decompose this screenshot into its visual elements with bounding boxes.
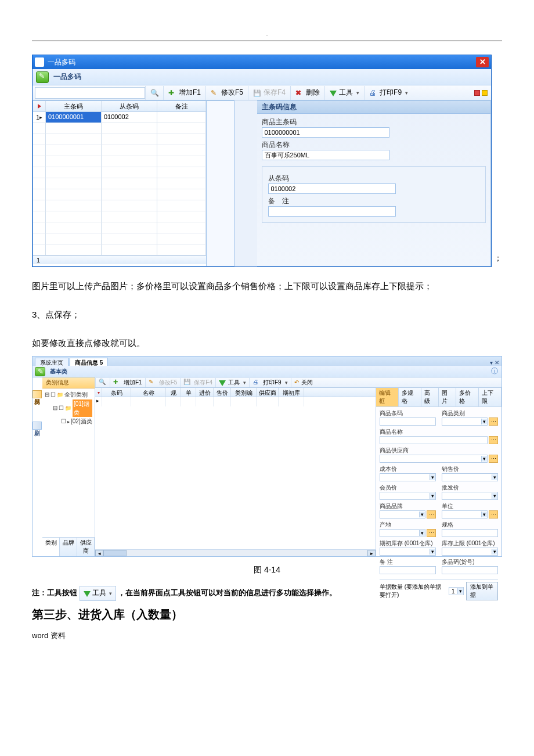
rtab-multiprice[interactable]: 多价格 (456, 388, 479, 406)
grid-body[interactable] (95, 397, 376, 549)
search-button[interactable] (145, 86, 163, 100)
tab-system-home[interactable]: 系统主页 (35, 358, 68, 366)
delete-button[interactable]: 删除 (290, 86, 324, 100)
close-button[interactable]: ↶关闭 (291, 378, 316, 387)
search-icon (150, 89, 158, 97)
vtab-refresh[interactable]: 刷新 (33, 422, 42, 430)
sq-icon[interactable] (474, 90, 480, 96)
rtab-edit[interactable]: 编辑框 (376, 388, 399, 406)
tab-controls[interactable]: ▾ ✕ (490, 359, 499, 366)
unit-select[interactable] (442, 510, 488, 519)
funnel-icon (219, 380, 226, 386)
main-grid[interactable]: 主条码 从条码 备注 1▸ 0100000001 0100002 (33, 100, 207, 267)
vip-field[interactable] (380, 492, 436, 500)
info-panel-title: 主条码信息 (257, 101, 491, 114)
name-field[interactable] (380, 436, 488, 444)
trailing-semicolon: ； (494, 253, 502, 264)
paragraph: 如要修改直接点修改就可以。 (32, 333, 502, 352)
wholesale-field[interactable] (442, 492, 498, 500)
doc-qty-select[interactable]: 1 (449, 587, 464, 595)
grid-header: 主条码 从条码 备注 (33, 101, 206, 112)
print-button[interactable]: 打印F9▾ (249, 378, 291, 387)
save-button: 保存F4 (180, 378, 215, 387)
print-icon (252, 379, 261, 387)
sub-header-title: 一品多码 (53, 72, 81, 82)
ellipsis-button[interactable]: ⋯ (427, 510, 436, 519)
multicode-field[interactable] (442, 566, 498, 574)
cost-field[interactable] (380, 473, 436, 481)
save-icon (183, 379, 192, 387)
edit-icon (211, 89, 219, 97)
right-tabs: 编辑框 多规格 高级 图片 多价格 上下限 (376, 388, 501, 407)
save-button[interactable]: 保存F4 (248, 86, 290, 100)
search-input[interactable] (35, 87, 145, 99)
triangle-down-icon[interactable] (38, 104, 41, 109)
funnel-icon (330, 91, 337, 96)
paragraph: 3、点保存； (32, 305, 502, 324)
window-title: 一品多码 (48, 57, 75, 67)
mid-grid[interactable]: ▾ 条码 名称 规格 单位 进价 售价 类别编号 供应商 期初库存 ◂▸ (95, 388, 376, 556)
search-button[interactable] (95, 378, 110, 387)
print-button[interactable]: 打印F9▾ (364, 86, 413, 100)
paragraph: 图片里可以上传产品图片；多价格里可以设置商品多个销售价格；上下限可以设置商品库存… (32, 276, 502, 296)
ellipsis-button[interactable]: ⋯ (489, 436, 498, 444)
grid-footer: 1 (33, 255, 206, 264)
note-field[interactable] (380, 566, 436, 574)
ellipsis-button[interactable]: ⋯ (427, 529, 436, 537)
sub-code-field[interactable] (268, 183, 396, 194)
help-icon[interactable]: ⓘ (491, 366, 498, 376)
rtab-limits[interactable]: 上下限 (479, 388, 501, 406)
brand-select[interactable] (380, 510, 425, 519)
origin-select[interactable] (380, 529, 425, 537)
main-code-field[interactable] (262, 127, 389, 138)
btab-supplier[interactable]: 供应商 (77, 538, 95, 556)
chevron-down-icon: ▾ (405, 90, 408, 96)
rtab-image[interactable]: 图片 (439, 388, 456, 406)
sub-code-group: 从条码 备 注 (262, 166, 486, 223)
cat-select[interactable] (442, 417, 488, 426)
horizontal-scrollbar[interactable]: ◂▸ (95, 549, 376, 556)
ellipsis-button[interactable]: ⋯ (489, 510, 498, 519)
ellipsis-button[interactable]: ⋯ (489, 417, 498, 426)
document-icon (36, 71, 49, 83)
edit-button[interactable]: 修改F5 (205, 86, 248, 100)
add-button[interactable]: 增加F1 (163, 86, 205, 100)
tool-button[interactable]: 工具▾ (324, 86, 364, 100)
category-tree[interactable]: 类别信息 ⊟☐全部类别 ⊟☐[01]烟类 ☐[02]酒类 (42, 377, 95, 537)
add-button[interactable]: 增加F1 (110, 378, 145, 387)
note-field[interactable] (268, 206, 396, 217)
rtab-advanced[interactable]: 高级 (421, 388, 439, 406)
field-label: 商品名称 (262, 140, 486, 150)
tool-button[interactable]: 工具▾ (215, 378, 249, 387)
tab-bar: 系统主页 商品信息 5 ▾ ✕ (33, 357, 501, 366)
vtab-category[interactable]: 显示类别 (33, 390, 42, 398)
spec-field[interactable] (442, 529, 498, 537)
add-to-doc-button[interactable]: 添加到单据 (466, 582, 498, 600)
table-row[interactable]: 1▸ 0100000001 0100002 (33, 112, 206, 123)
left-sidebar: 显示类别 刷新 类别信息 ⊟☐全部类别 ⊟☐[01]烟类 ☐[02]酒类 类别 … (33, 377, 95, 556)
close-icon[interactable]: ✕ (476, 57, 489, 67)
titlebar: 一品多码 ✕ (33, 55, 491, 69)
rtab-multispec[interactable]: 多规格 (399, 388, 421, 406)
sub-header: 一品多码 (33, 69, 491, 85)
sale-field[interactable] (442, 473, 498, 481)
supplier-select[interactable] (380, 455, 488, 463)
chevron-down-icon: ▾ (356, 90, 359, 96)
tab-product-info[interactable]: 商品信息 5 (70, 358, 108, 366)
product-name-field[interactable] (262, 150, 389, 160)
sq-icon[interactable] (482, 90, 488, 96)
sub-header: 基本类 ⓘ (33, 366, 501, 377)
plus-icon (113, 379, 121, 387)
tree-node-root[interactable]: ⊟☐全部类别 (45, 390, 92, 399)
code-field[interactable] (380, 417, 436, 426)
table-row[interactable] (95, 397, 376, 406)
btab-category[interactable]: 类别 (42, 538, 60, 556)
tree-node[interactable]: ⊟☐[01]烟类 (45, 399, 92, 417)
chevron-down-icon: ▾ (109, 589, 112, 598)
btab-brand[interactable]: 品牌 (60, 538, 77, 556)
ellipsis-button[interactable]: ⋯ (489, 455, 498, 463)
stockmax-field[interactable] (442, 548, 498, 556)
tree-node[interactable]: ☐[02]酒类 (45, 417, 92, 426)
app-icon (35, 57, 44, 67)
initstock-field[interactable] (380, 548, 436, 556)
